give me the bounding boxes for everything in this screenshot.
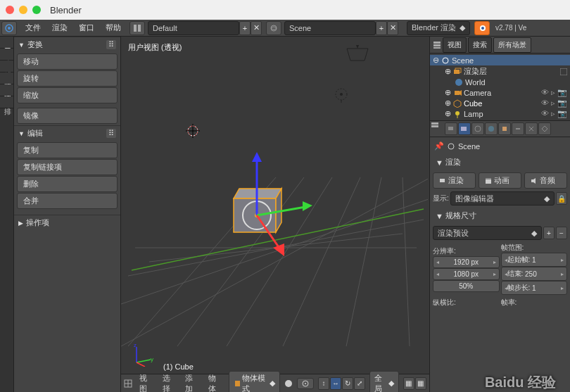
menu-help[interactable]: 帮助 [100, 21, 127, 35]
res-y[interactable]: ◂1080 px▸ [433, 268, 500, 280]
res-x[interactable]: ◂1920 px▸ [433, 256, 500, 268]
preset-remove[interactable]: − [556, 227, 567, 239]
image-icon[interactable] [560, 68, 567, 75]
svg-rect-52 [433, 42, 441, 44]
preset-add[interactable]: + [543, 227, 555, 239]
vtab-relations[interactable]: 关系 [0, 61, 13, 72]
btn-duplicate-linked[interactable]: 复制链接项 [17, 159, 118, 175]
restrict-render-icon[interactable]: 📷 [557, 88, 567, 97]
3d-viewport[interactable]: 用户视图 (透视) [121, 37, 429, 392]
cursor-icon[interactable]: ▹ [551, 99, 555, 108]
restrict-view-icon[interactable]: 👁 [541, 109, 549, 118]
restrict-render-icon[interactable]: 📷 [557, 109, 567, 118]
tab-object-icon[interactable] [498, 122, 511, 135]
restrict-view-icon[interactable]: 👁 [541, 88, 549, 97]
panel-operator-header[interactable]: ▶操作项 [14, 215, 120, 230]
pin-icon[interactable]: 📌 [434, 141, 444, 151]
close-window[interactable] [6, 6, 14, 14]
btn-animation[interactable]: 动画 [479, 172, 521, 189]
frame-end[interactable]: ◂结束: 250▸ [501, 267, 568, 281]
svg-point-6 [481, 27, 484, 30]
menu-view[interactable]: 视图 [137, 373, 156, 393]
section-render[interactable]: ▼渲染 [433, 155, 567, 170]
btn-render[interactable]: 渲染 [433, 172, 476, 189]
scene-add[interactable]: + [376, 21, 387, 35]
btn-duplicate[interactable]: 复制 [17, 142, 118, 158]
vtab-create[interactable]: 创建 [0, 49, 13, 61]
layout-browse-icon[interactable] [129, 21, 145, 35]
scene-remove[interactable]: ✕ [387, 21, 398, 35]
menu-select[interactable]: 选择 [160, 373, 179, 393]
section-dimensions[interactable]: ▼规格尺寸 [433, 208, 567, 223]
scene-browse-icon[interactable] [266, 21, 281, 35]
tab-modifiers-icon[interactable] [525, 122, 538, 135]
res-pct[interactable]: 50% [433, 280, 500, 292]
vtab-tools[interactable]: 工具 [0, 37, 13, 49]
vtab-physics[interactable]: 物理 [0, 84, 13, 96]
layout-name-field[interactable]: Default [148, 21, 239, 35]
manipulator-rotate-icon[interactable]: ↻ [342, 377, 353, 390]
svg-point-50 [305, 383, 306, 384]
tab-constraints-icon[interactable] [512, 122, 524, 135]
orientation-select[interactable]: 全局◆ [369, 371, 399, 393]
menu-object[interactable]: 物体 [205, 373, 224, 393]
editor-type-3dview-icon[interactable] [124, 379, 132, 388]
editor-type-outliner-icon[interactable] [433, 41, 441, 49]
vtab-animation[interactable]: 动画 [0, 72, 13, 84]
tab-renderlayers-icon[interactable] [458, 122, 471, 135]
btn-audio[interactable]: 音频 [524, 172, 567, 189]
tab-scene-icon[interactable] [471, 122, 484, 135]
manipulator-translate-icon[interactable]: ↔ [330, 377, 341, 390]
tab-data-icon[interactable] [538, 122, 551, 135]
manipulator-scale-icon[interactable]: ⤢ [354, 377, 365, 390]
btn-delete[interactable]: 删除 [17, 176, 118, 192]
frame-start[interactable]: ◂起始帧: 1▸ [501, 253, 568, 267]
btn-rotate[interactable]: 旋转 [17, 70, 118, 87]
btn-mirror[interactable]: 镜像 [17, 108, 118, 124]
pivot-select[interactable] [297, 378, 314, 389]
outliner-tree[interactable]: ⊖ Scene ⊕ 渲染层 World ⊕ Camera 👁 [430, 53, 570, 120]
right-panel: 视图 搜索 所有场景 ⊖ Scene ⊕ 渲染层 World [429, 37, 570, 392]
outliner-header: 视图 搜索 所有场景 [430, 37, 570, 53]
render-engine-select[interactable]: Blender 渲染◆ [407, 21, 470, 35]
frame-step[interactable]: ◂帧步长: 1▸ [501, 281, 568, 295]
outliner-tab-all[interactable]: 所有场景 [493, 37, 531, 53]
cursor-icon[interactable]: ▹ [551, 88, 555, 97]
tab-world-icon[interactable] [485, 122, 498, 135]
shading-solid-icon[interactable] [284, 379, 293, 388]
render-preset-select[interactable]: 渲染预设◆ [433, 226, 542, 240]
btn-join[interactable]: 合并 [17, 193, 118, 209]
editor-type-icon[interactable] [1, 21, 17, 35]
mode-select[interactable]: 物体模式◆ [229, 371, 280, 393]
outliner-tab-search[interactable]: 搜索 [468, 37, 492, 53]
scene-name-field[interactable]: Scene [284, 21, 376, 35]
vtab-grease[interactable]: 排 [0, 96, 13, 108]
restrict-view-icon[interactable]: 👁 [541, 99, 549, 108]
panel-transform-header[interactable]: ▼变换⠿ [14, 37, 120, 52]
panel-edit-header[interactable]: ▼编辑⠿ [14, 125, 120, 141]
menu-add[interactable]: 添加 [182, 373, 201, 393]
renderlayers-icon [453, 68, 462, 76]
menu-file[interactable]: 文件 [20, 21, 46, 35]
layers-buttons[interactable]: ▦▦ [403, 377, 426, 390]
minimize-window[interactable] [19, 6, 27, 14]
menu-render[interactable]: 渲染 [46, 21, 73, 35]
outliner-cube: ⊕ Cube 👁 ▹ 📷 [430, 98, 570, 108]
btn-scale[interactable]: 缩放 [17, 87, 118, 103]
tab-render-icon[interactable] [445, 122, 457, 135]
layout-add[interactable]: + [239, 21, 251, 35]
menu-window[interactable]: 窗口 [73, 21, 100, 35]
maximize-window[interactable] [32, 6, 41, 14]
lock-icon[interactable]: 🔒 [556, 192, 567, 205]
svg-rect-54 [433, 47, 441, 49]
blender-logo-icon [474, 21, 490, 35]
world-icon [455, 78, 463, 87]
cursor-icon[interactable]: ▹ [551, 109, 555, 118]
layout-remove[interactable]: ✕ [251, 21, 262, 35]
restrict-render-icon[interactable]: 📷 [557, 99, 567, 108]
display-select[interactable]: 图像编辑器◆ [450, 191, 555, 206]
btn-move[interactable]: 移动 [17, 53, 118, 70]
outliner-tab-view[interactable]: 视图 [443, 37, 467, 53]
editor-type-props-icon[interactable] [431, 122, 444, 135]
manipulator-toggle[interactable]: ↕ [318, 377, 329, 390]
